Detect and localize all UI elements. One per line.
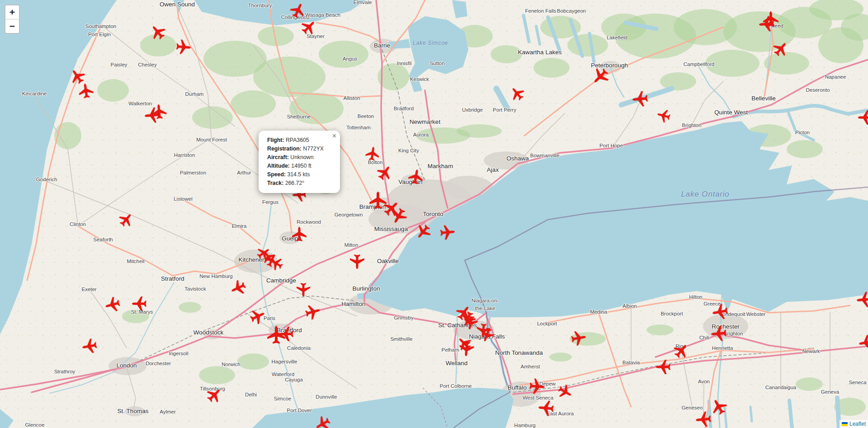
aircraft-marker[interactable] (116, 209, 136, 230)
zoom-out-button[interactable]: − (5, 19, 19, 33)
flight-detail-row: Flight: RPA3605 (267, 136, 331, 145)
aircraft-marker[interactable] (80, 337, 98, 355)
aircraft-marker[interactable] (458, 341, 475, 357)
airplane-icon (710, 325, 727, 342)
flight-detail-row: Track: 266.72° (267, 179, 331, 188)
airplane-icon (288, 0, 308, 20)
aircraft-marker[interactable] (132, 296, 147, 311)
aircraft-marker[interactable] (77, 82, 94, 99)
aircraft-marker[interactable] (656, 359, 671, 375)
airplane-icon (77, 82, 94, 99)
airplane-icon (694, 410, 712, 428)
aircraft-marker[interactable] (631, 90, 649, 108)
airplane-icon (570, 329, 587, 347)
aircraft-marker[interactable] (203, 384, 225, 406)
aircraft-marker[interactable] (303, 302, 322, 321)
zoom-in-button[interactable]: + (5, 5, 19, 19)
attribution-bar: Leaflet (840, 420, 868, 428)
airplane-icon (670, 340, 692, 362)
flight-detail-row: Aircraft: Unknown (267, 153, 331, 162)
airplane-icon (458, 341, 475, 357)
aircraft-marker[interactable] (710, 325, 727, 342)
flight-detail-row: Speed: 314.5 kts (267, 170, 331, 179)
leaflet-link[interactable]: Leaflet (849, 421, 866, 427)
flight-detail-row: Registration: N772YX (267, 145, 331, 153)
aircraft-layer (0, 0, 868, 428)
airplane-icon (247, 306, 268, 326)
airplane-icon (116, 209, 136, 230)
aircraft-marker[interactable] (292, 226, 307, 242)
airplane-icon (528, 377, 546, 395)
flight-detail-row: Altitude: 14950 ft (267, 162, 331, 170)
aircraft-marker[interactable] (770, 38, 792, 60)
aircraft-marker[interactable] (407, 168, 425, 185)
aircraft-marker[interactable] (288, 0, 308, 20)
aircraft-marker[interactable] (758, 15, 775, 33)
aircraft-marker[interactable] (439, 224, 456, 241)
aircraft-marker[interactable] (670, 340, 692, 362)
airplane-icon (588, 64, 613, 89)
aircraft-marker[interactable] (857, 334, 868, 351)
airplane-icon (103, 295, 122, 314)
aircraft-marker[interactable] (175, 39, 192, 56)
airplane-icon (537, 399, 555, 417)
airplane-icon (374, 162, 395, 183)
airplane-icon (439, 224, 456, 241)
airplane-icon (711, 302, 730, 321)
aircraft-marker[interactable] (247, 306, 268, 326)
zoom-control: + − (5, 5, 20, 34)
aircraft-marker[interactable] (855, 291, 868, 308)
airplane-icon (296, 282, 311, 297)
aircraft-marker[interactable] (711, 302, 730, 321)
aircraft-marker[interactable] (374, 162, 395, 183)
airplane-icon (656, 108, 672, 124)
aircraft-marker[interactable] (570, 329, 587, 347)
aircraft-marker[interactable] (412, 221, 434, 243)
airplane-icon (349, 254, 365, 269)
airplane-icon (203, 384, 225, 406)
aircraft-marker[interactable] (278, 326, 294, 342)
flight-popup-content: Flight: RPA3605Registration: N772YXAircr… (267, 136, 331, 188)
aircraft-marker[interactable] (364, 146, 381, 162)
aircraft-marker[interactable] (349, 254, 365, 269)
close-icon[interactable]: × (332, 133, 336, 139)
aircraft-marker[interactable] (537, 399, 555, 417)
airplane-icon (857, 334, 868, 351)
airplane-icon (303, 302, 322, 321)
aircraft-marker[interactable] (507, 83, 527, 103)
aircraft-marker[interactable] (296, 282, 311, 297)
airplane-icon (292, 226, 307, 242)
aircraft-marker[interactable] (147, 21, 169, 43)
airplane-icon (656, 359, 671, 375)
aircraft-marker[interactable] (858, 110, 868, 125)
ukraine-flag-icon (842, 422, 848, 426)
airplane-icon (278, 326, 294, 342)
airplane-icon (132, 296, 147, 311)
airplane-icon (770, 38, 792, 60)
airplane-icon (855, 291, 868, 308)
aircraft-marker[interactable] (528, 377, 546, 395)
airplane-icon (858, 110, 868, 125)
airplane-icon (407, 168, 425, 185)
airplane-icon (412, 221, 434, 243)
airplane-icon (364, 146, 381, 162)
aircraft-marker[interactable] (656, 108, 672, 124)
aircraft-marker[interactable] (312, 414, 333, 428)
aircraft-marker[interactable] (694, 410, 712, 428)
airplane-icon (758, 15, 775, 33)
aircraft-marker[interactable] (228, 277, 248, 298)
airplane-icon (312, 414, 333, 428)
flight-popup: × Flight: RPA3605Registration: N772YXAir… (259, 131, 340, 193)
leaflet-map[interactable]: Owen SoundThornburyCollingwoodWasaga Bea… (0, 0, 868, 428)
airplane-icon (507, 83, 527, 103)
aircraft-marker[interactable] (588, 64, 613, 89)
airplane-icon (631, 90, 649, 108)
airplane-icon (228, 277, 248, 298)
airplane-icon (147, 21, 169, 43)
aircraft-marker[interactable] (151, 103, 168, 120)
aircraft-marker[interactable] (103, 295, 122, 314)
airplane-icon (151, 103, 168, 120)
aircraft-marker[interactable] (555, 382, 575, 402)
airplane-icon (555, 382, 575, 402)
airplane-icon (80, 337, 98, 355)
